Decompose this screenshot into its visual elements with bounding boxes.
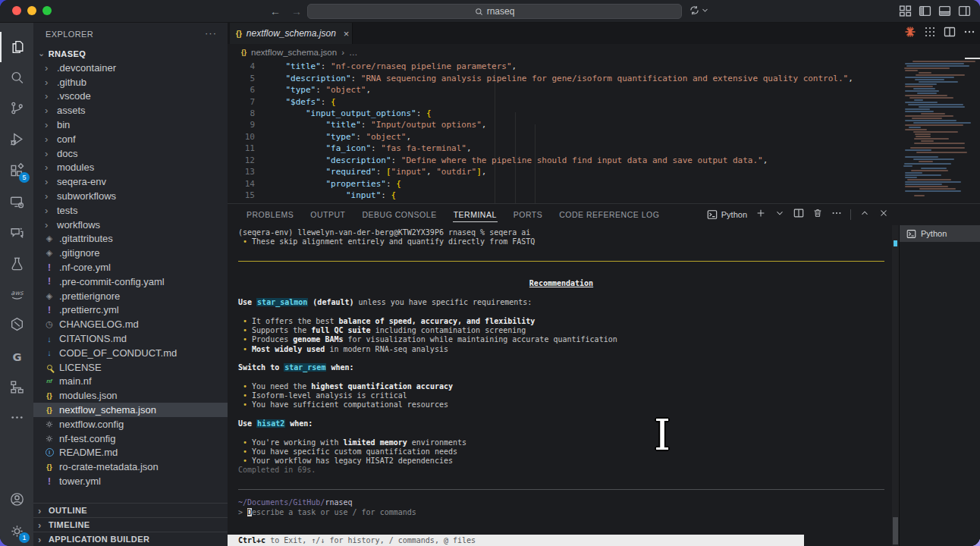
explorer-more-actions-icon[interactable]: ··· xyxy=(205,27,217,39)
folder-item[interactable]: ›subworkflows xyxy=(33,189,228,203)
activitybar-search-icon[interactable] xyxy=(0,62,33,93)
forward-arrow-icon[interactable]: → xyxy=(291,5,302,17)
seqera-spark-icon[interactable] xyxy=(904,26,916,41)
kill-terminal-icon[interactable] xyxy=(812,208,823,221)
close-tab-icon[interactable]: × xyxy=(344,28,350,39)
customize-layout-icon[interactable] xyxy=(899,5,912,20)
terminal-scrollbar[interactable] xyxy=(892,225,899,546)
file-item[interactable]: !.nf-core.yml xyxy=(33,260,228,275)
project-root-folder[interactable]: ⌄ RNASEQ xyxy=(33,46,228,61)
file-item[interactable]: nf-test.config xyxy=(33,431,228,446)
toggle-sidebar-right-icon[interactable] xyxy=(958,5,971,20)
breadcrumb-more[interactable]: … xyxy=(349,48,358,57)
folder-item[interactable]: ›conf xyxy=(33,132,228,146)
activitybar-remote-explorer-icon[interactable] xyxy=(0,187,33,217)
panel-tab-ports[interactable]: PORTS xyxy=(505,204,551,225)
folder-item[interactable]: ›.vscode xyxy=(33,89,228,104)
maximize-panel-icon[interactable] xyxy=(859,208,870,221)
folder-item[interactable]: ›assets xyxy=(33,103,228,118)
file-item[interactable]: LICENSE xyxy=(33,360,228,375)
activitybar-more-icon[interactable] xyxy=(0,402,33,432)
file-item[interactable]: !.pre-commit-config.yaml xyxy=(33,275,228,289)
close-window-button[interactable] xyxy=(12,6,21,15)
activitybar-explorer-icon[interactable] xyxy=(0,32,33,62)
activitybar-gitlens-icon[interactable]: G xyxy=(0,341,33,372)
file-item[interactable]: {}nextflow_schema.json xyxy=(33,403,228,417)
file-item[interactable]: ↓CODE_OF_CONDUCT.md xyxy=(33,346,228,360)
activitybar-chat-icon[interactable] xyxy=(0,218,33,248)
file-item[interactable]: nfmain.nf xyxy=(33,375,228,389)
scrollbar-marker xyxy=(894,240,897,246)
activitybar-extensions-icon[interactable]: 5 xyxy=(0,155,33,186)
split-editor-icon[interactable] xyxy=(944,26,956,41)
activitybar-account-icon[interactable] xyxy=(0,484,33,514)
chevron-right-icon: › xyxy=(45,219,52,231)
file-item[interactable]: ◷CHANGELOG.md xyxy=(33,317,228,331)
file-item[interactable]: {}modules.json xyxy=(33,388,228,403)
breadcrumb-file[interactable]: nextflow_schema.json xyxy=(251,48,337,57)
activitybar-source-control-icon[interactable] xyxy=(0,93,33,123)
folder-item[interactable]: ›modules xyxy=(33,161,228,175)
folder-item[interactable]: ›.devcontainer xyxy=(33,61,228,75)
minimap-line xyxy=(905,174,941,176)
split-terminal-icon[interactable] xyxy=(793,208,804,221)
activitybar-aws-icon[interactable]: aws xyxy=(0,278,33,309)
code-editor[interactable]: 4"title": "nf-core/rnaseq pipeline param… xyxy=(228,61,899,203)
sidebar-section-application-builder[interactable]: ›APPLICATION BUILDER xyxy=(33,532,228,546)
breadcrumb[interactable]: {} nextflow_schema.json › … xyxy=(228,44,980,61)
dot-grid-icon[interactable] xyxy=(924,26,936,41)
panel-tab-debug-console[interactable]: DEBUG CONSOLE xyxy=(354,204,445,225)
activitybar-run-debug-icon[interactable] xyxy=(0,124,33,154)
file-item[interactable]: ◈.gitattributes xyxy=(33,232,228,246)
panel-tab-problems[interactable]: PROBLEMS xyxy=(238,204,302,225)
file-item[interactable]: ◈.gitignore xyxy=(33,246,228,260)
minimap-line xyxy=(917,93,938,94)
more-icon[interactable] xyxy=(963,26,975,41)
json-file-icon: {} xyxy=(45,406,54,414)
folder-item[interactable]: ›.github xyxy=(33,75,228,89)
file-item[interactable]: !.prettierrc.yml xyxy=(33,303,228,318)
activitybar-settings-icon[interactable]: 1 xyxy=(0,516,33,546)
command-center-search[interactable]: rnaseq xyxy=(307,4,682,19)
sidebar-section-timeline[interactable]: ›TIMELINE xyxy=(33,517,228,532)
zoom-window-button[interactable] xyxy=(42,6,52,15)
activitybar-hierarchy-icon[interactable] xyxy=(0,372,33,402)
file-item[interactable]: ↓CITATIONS.md xyxy=(33,331,228,346)
terminal-dropdown-icon[interactable] xyxy=(774,208,785,221)
file-item[interactable]: ◈.prettierignore xyxy=(33,289,228,303)
file-item[interactable]: !tower.yml xyxy=(33,474,228,488)
new-terminal-icon[interactable] xyxy=(755,208,766,221)
minimap-line xyxy=(905,120,956,121)
folder-item[interactable]: ›bin xyxy=(33,118,228,132)
file-item[interactable]: {}ro-crate-metadata.json xyxy=(33,460,228,474)
panel-tab-output[interactable]: OUTPUT xyxy=(302,204,353,225)
editor-scrollbar-thumb[interactable] xyxy=(965,58,980,59)
folder-item[interactable]: ›docs xyxy=(33,146,228,161)
folder-item[interactable]: ›seqera-env xyxy=(33,174,228,189)
session-refresh-dropdown[interactable] xyxy=(689,5,708,16)
panel-tab-terminal[interactable]: TERMINAL xyxy=(445,204,505,225)
folder-item[interactable]: ›tests xyxy=(33,203,228,218)
yaml-file-icon: ! xyxy=(45,476,54,487)
terminal-instance-python[interactable]: Python xyxy=(900,225,980,242)
activitybar-package-icon[interactable] xyxy=(0,309,33,339)
close-panel-icon[interactable] xyxy=(878,208,889,221)
toggle-panel-icon[interactable] xyxy=(938,5,951,20)
shell-selector[interactable]: Python xyxy=(707,209,747,220)
file-item[interactable]: nextflow.config xyxy=(33,417,228,431)
activitybar-testing-icon[interactable] xyxy=(0,248,33,278)
panel-more-icon[interactable] xyxy=(831,208,842,221)
sidebar-section-outline[interactable]: ›OUTLINE xyxy=(33,503,228,517)
scrollbar-thumb[interactable] xyxy=(893,517,898,544)
terminal[interactable]: (seqera-env) llewelyn-van-der-berg@KTW2Y… xyxy=(228,225,892,546)
minimap[interactable] xyxy=(899,61,980,203)
back-arrow-icon[interactable]: ← xyxy=(270,5,281,17)
tab-nextflow-schema-json[interactable]: {} nextflow_schema.json × xyxy=(230,23,353,44)
folder-item[interactable]: ›workflows xyxy=(33,218,228,232)
minimap-line xyxy=(913,158,954,160)
toggle-sidebar-left-icon[interactable] xyxy=(919,5,931,20)
minimize-window-button[interactable] xyxy=(27,6,36,15)
panel-tab-code-reference-log[interactable]: CODE REFERENCE LOG xyxy=(551,204,667,225)
code-text: "input": { xyxy=(265,190,396,200)
file-item[interactable]: iREADME.md xyxy=(33,446,228,460)
